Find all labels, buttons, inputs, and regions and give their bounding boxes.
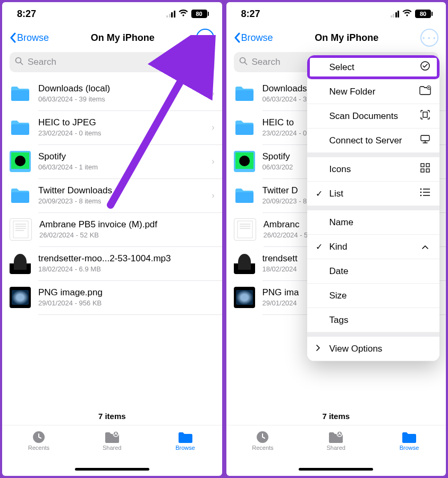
scan-icon <box>419 109 431 123</box>
folder-icon <box>401 430 417 445</box>
menu-connect-server[interactable]: Connect to Server <box>307 129 440 153</box>
menu-sort-size[interactable]: Size <box>307 284 440 308</box>
page-title: On My iPhone <box>91 32 155 44</box>
tab-label: Shared <box>103 445 121 451</box>
navbar: Browse On My iPhone ● ● ● <box>2 25 222 50</box>
menu-label: Select <box>329 62 354 73</box>
menu-view-options[interactable]: View Options <box>307 337 440 361</box>
cellular-signal-icon <box>166 10 175 18</box>
more-menu-button[interactable]: ● ● ● <box>196 29 214 47</box>
chevron-right-icon: › <box>212 157 214 166</box>
menu-label: Date <box>329 266 349 277</box>
menu-label: Icons <box>329 164 351 175</box>
menu-label: List <box>329 189 343 199</box>
tab-recents[interactable]: Recents <box>241 430 284 467</box>
menu-view-icons[interactable]: Icons <box>307 157 440 182</box>
search-input[interactable] <box>27 56 202 68</box>
image-thumbnail <box>234 287 255 308</box>
search-bar[interactable] <box>10 52 215 72</box>
clock-icon <box>31 430 46 445</box>
svg-rect-6 <box>13 221 28 238</box>
shared-folder-icon <box>328 430 344 445</box>
tab-bar: Recents Shared Browse <box>226 425 446 467</box>
file-meta: 18/02/2024 <box>263 265 298 273</box>
tab-recents[interactable]: Recents <box>18 430 60 467</box>
back-button[interactable]: Browse <box>10 32 49 44</box>
tab-label: Browse <box>400 445 419 451</box>
file-name: trendsett <box>263 253 298 264</box>
audio-thumbnail <box>234 253 255 274</box>
menu-label: Tags <box>329 315 349 326</box>
menu-scan-documents[interactable]: Scan Documents <box>307 104 440 129</box>
right-screenshot: 8:27 80 Browse On My iPhone ● ● ● <box>226 2 446 476</box>
select-icon <box>419 61 431 74</box>
menu-label: View Options <box>329 344 383 354</box>
file-meta: 18/02/2024 - 6.9 MB <box>38 265 171 273</box>
context-menu: Select New Folder Scan Documents Connect… <box>307 55 440 361</box>
svg-rect-17 <box>235 90 253 101</box>
tab-label: Browse <box>175 445 195 451</box>
search-icon <box>15 57 23 68</box>
status-time: 8:27 <box>17 8 36 20</box>
chevron-right-icon: › <box>212 123 214 132</box>
back-label: Browse <box>17 32 49 44</box>
chevron-left-icon <box>234 32 240 43</box>
grid-icon <box>419 163 431 175</box>
svg-rect-31 <box>421 164 424 167</box>
home-indicator <box>299 468 373 471</box>
list-item[interactable]: PNG image.png 29/01/2024 - 956 KB <box>2 280 222 314</box>
new-folder-icon <box>419 86 431 98</box>
battery-icon: 80 <box>415 10 431 18</box>
clock-icon <box>255 430 270 445</box>
svg-rect-18 <box>235 124 253 135</box>
tab-bar: Recents Shared Browse <box>2 425 222 467</box>
navbar: Browse On My iPhone ● ● ● <box>226 25 446 50</box>
menu-sort-kind[interactable]: ✓Kind <box>307 235 440 259</box>
tab-browse[interactable]: Browse <box>164 430 207 467</box>
status-time: 8:27 <box>241 8 260 20</box>
more-menu-button[interactable]: ● ● ● <box>420 29 438 47</box>
svg-point-26 <box>339 432 341 434</box>
svg-rect-5 <box>11 192 29 203</box>
file-name: Spotify <box>38 151 98 162</box>
menu-select[interactable]: Select <box>307 55 440 80</box>
menu-view-list[interactable]: ✓List <box>307 182 440 206</box>
folder-icon <box>234 117 255 138</box>
document-icon <box>234 218 256 241</box>
list-item[interactable]: Twitter Downloads 20/09/2023 - 8 items › <box>2 178 222 212</box>
tab-browse[interactable]: Browse <box>388 430 430 467</box>
list-item[interactable]: HEIC to JPEG 23/02/2024 - 0 items › <box>2 110 222 144</box>
list-item[interactable]: trendsetter-moo...2-53-1004.mp3 18/02/20… <box>2 246 222 280</box>
svg-rect-30 <box>421 135 429 141</box>
list-item[interactable]: Spotify 06/03/2024 - 1 item › <box>2 144 222 178</box>
chevron-left-icon <box>10 32 16 43</box>
spotify-folder-icon <box>234 151 255 172</box>
folder-icon <box>234 83 255 104</box>
home-indicator <box>75 468 149 471</box>
file-name: Spotify <box>263 151 293 162</box>
menu-sort-tags[interactable]: Tags <box>307 308 440 332</box>
svg-line-16 <box>244 62 247 64</box>
page-title: On My iPhone <box>315 32 378 44</box>
svg-rect-32 <box>426 164 429 167</box>
svg-point-37 <box>420 192 422 193</box>
file-meta: 06/03/2024 - 39 items <box>38 95 110 103</box>
file-meta: 06/03/202 <box>263 163 293 171</box>
menu-sort-name[interactable]: Name <box>307 210 440 235</box>
tab-shared[interactable]: Shared <box>91 430 133 467</box>
list-item[interactable]: Downloads (local) 06/03/2024 - 39 items … <box>2 76 222 110</box>
menu-new-folder[interactable]: New Folder <box>307 80 440 104</box>
battery-icon: 80 <box>191 10 207 18</box>
tab-shared[interactable]: Shared <box>315 430 357 467</box>
back-button[interactable]: Browse <box>234 32 273 44</box>
file-name: PNG image.png <box>38 287 103 298</box>
file-meta: 29/01/2024 <box>263 299 299 307</box>
file-list: Downloads (local) 06/03/2024 - 39 items … <box>2 76 222 404</box>
svg-rect-4 <box>11 124 29 135</box>
search-icon <box>239 57 248 68</box>
microphone-icon[interactable] <box>202 56 209 69</box>
back-label: Browse <box>241 32 273 44</box>
menu-sort-date[interactable]: Date <box>307 259 440 284</box>
file-name: Ambrane PB5 invoice (M).pdf <box>39 219 157 230</box>
list-item[interactable]: Ambrane PB5 invoice (M).pdf 26/02/2024 -… <box>2 212 222 246</box>
